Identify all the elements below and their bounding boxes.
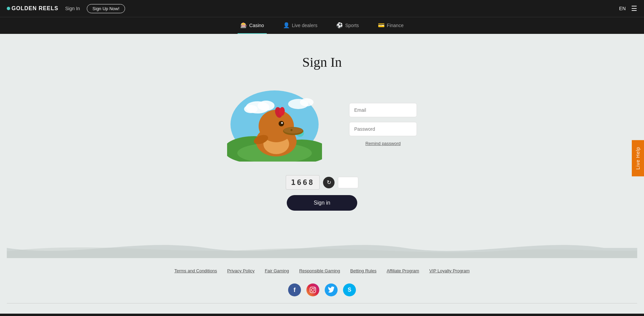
- nav-live-dealers-label: Live dealers: [292, 23, 318, 28]
- footer-terms[interactable]: Terms and Conditions: [174, 268, 217, 273]
- captcha-image: 1668: [286, 175, 320, 190]
- mascot-image: [227, 87, 322, 162]
- logo-text: GOLDEN REELS: [12, 5, 58, 12]
- svg-point-2: [258, 101, 275, 111]
- captcha-row: 1668 ↻: [286, 175, 358, 190]
- main-content: Sign In: [0, 34, 644, 258]
- svg-point-16: [284, 127, 303, 133]
- header-left: GOLDEN REELS Sign In Sign Up Now!: [7, 4, 125, 13]
- language-selector[interactable]: EN: [619, 6, 626, 11]
- captcha-refresh-button[interactable]: ↻: [323, 177, 335, 188]
- live-help-button[interactable]: Live Help: [632, 140, 644, 176]
- footer-responsible[interactable]: Responsible Gaming: [299, 268, 340, 273]
- header-sign-in-link[interactable]: Sign In: [65, 6, 80, 11]
- nav-finance[interactable]: 💳 Finance: [375, 17, 406, 34]
- finance-icon: 💳: [378, 22, 385, 28]
- logo[interactable]: GOLDEN REELS: [7, 5, 58, 12]
- footer-betting[interactable]: Betting Rules: [350, 268, 376, 273]
- svg-point-5: [300, 98, 314, 106]
- footer-privacy[interactable]: Privacy Policy: [227, 268, 255, 273]
- page-title: Sign In: [302, 54, 342, 70]
- svg-point-23: [314, 288, 315, 289]
- nav-casino[interactable]: 🎰 Casino: [238, 17, 267, 34]
- svg-point-22: [311, 289, 314, 291]
- wave-separator: [7, 238, 637, 258]
- password-field[interactable]: [349, 122, 417, 136]
- nav-casino-label: Casino: [249, 23, 264, 28]
- svg-point-3: [244, 105, 258, 113]
- svg-point-13: [279, 121, 284, 126]
- casino-icon: 🎰: [240, 22, 247, 28]
- sign-in-container: Remind password: [227, 87, 417, 162]
- footer-fair[interactable]: Fair Gaming: [265, 268, 289, 273]
- hamburger-menu-icon[interactable]: ☰: [631, 4, 637, 13]
- nav-sports-label: Sports: [345, 23, 359, 28]
- footer-affiliate[interactable]: Affiliate Program: [387, 268, 419, 273]
- sign-in-button[interactable]: Sign in: [287, 195, 358, 211]
- nav-sports[interactable]: ⚽ Sports: [334, 17, 361, 34]
- remind-password-link[interactable]: Remind password: [349, 141, 417, 146]
- wins-bar: NNERO'SFORTUNE angela1975 has just won A…: [0, 314, 644, 316]
- social-facebook-icon[interactable]: f: [288, 283, 301, 296]
- sports-icon: ⚽: [336, 22, 343, 28]
- social-twitter-icon[interactable]: [325, 283, 338, 296]
- header: GOLDEN REELS Sign In Sign Up Now! EN ☰: [0, 0, 644, 17]
- social-skype-icon[interactable]: S: [343, 283, 356, 296]
- footer-links: Terms and Conditions Privacy Policy Fair…: [7, 268, 637, 273]
- svg-point-14: [281, 122, 283, 124]
- footer-divider: [7, 303, 637, 303]
- footer-vip[interactable]: VIP Loyalty Program: [429, 268, 470, 273]
- captcha-input[interactable]: [338, 177, 358, 188]
- main-nav: 🎰 Casino 👤 Live dealers ⚽ Sports 💳 Finan…: [0, 17, 644, 34]
- social-instagram-icon[interactable]: [306, 283, 319, 296]
- nav-finance-label: Finance: [387, 23, 404, 28]
- captcha-section: 1668 ↻ Sign in: [7, 175, 637, 217]
- svg-point-19: [290, 129, 293, 131]
- sign-in-form: Remind password: [349, 103, 417, 146]
- email-field[interactable]: [349, 103, 417, 117]
- logo-dot: [7, 7, 10, 10]
- footer: Terms and Conditions Privacy Policy Fair…: [0, 258, 644, 314]
- sign-up-button[interactable]: Sign Up Now!: [87, 4, 125, 13]
- social-icons: f S: [7, 283, 637, 296]
- live-dealers-icon: 👤: [283, 22, 290, 28]
- header-right: EN ☰: [619, 4, 637, 13]
- nav-live-dealers[interactable]: 👤 Live dealers: [280, 17, 320, 34]
